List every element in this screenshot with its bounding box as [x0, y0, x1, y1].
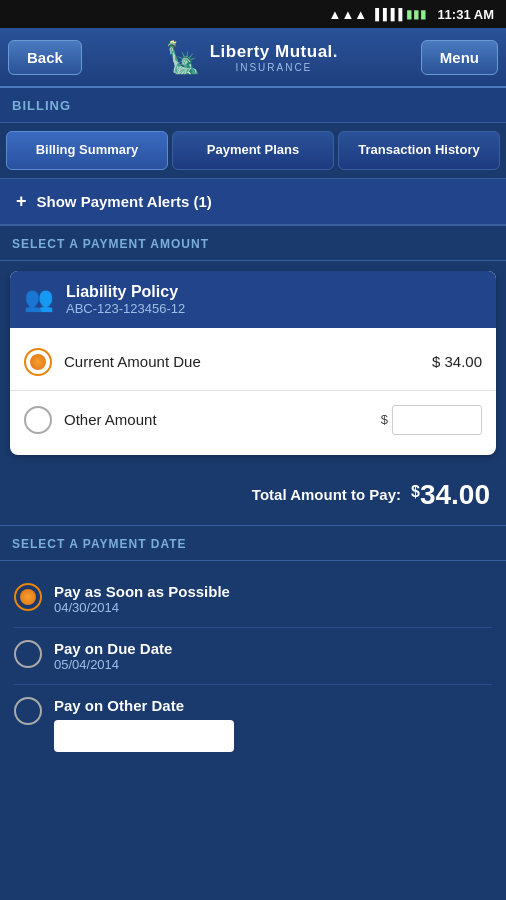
radio-inner-asap: [20, 589, 36, 605]
total-dollar-sign: $: [411, 483, 420, 501]
due-date-title: Pay on Due Date: [54, 640, 172, 657]
due-date-radio[interactable]: [14, 640, 42, 668]
tab-bar: Billing Summary Payment Plans Transactio…: [0, 123, 506, 178]
liberty-statue-icon: 🗽: [165, 40, 202, 75]
brand-text: Liberty Mutual. INSURANCE: [210, 42, 338, 73]
policy-card-header: 👥 Liability Policy ABC-123-123456-12: [10, 271, 496, 328]
back-button[interactable]: Back: [8, 40, 82, 75]
total-amount-value: 34.00: [420, 479, 490, 511]
status-icons: ▲▲▲ ▐▐▐▐ ▮▮▮ 11:31 AM: [329, 7, 494, 22]
payment-date-section-header: SELECT A PAYMENT DATE: [0, 525, 506, 561]
asap-date: 04/30/2014: [54, 600, 230, 615]
current-amount-label: Current Amount Due: [64, 353, 420, 370]
total-label: Total Amount to Pay:: [252, 486, 401, 503]
tab-payment-plans[interactable]: Payment Plans: [172, 131, 334, 170]
date-options: Pay as Soon as Possible 04/30/2014 Pay o…: [0, 561, 506, 774]
other-amount-value: $: [381, 405, 482, 435]
asap-title: Pay as Soon as Possible: [54, 583, 230, 600]
menu-button[interactable]: Menu: [421, 40, 498, 75]
other-date-input[interactable]: [54, 720, 234, 752]
current-amount-radio[interactable]: [24, 348, 52, 376]
date-option-other-date[interactable]: Pay on Other Date: [14, 685, 492, 764]
card-body: Current Amount Due $ 34.00 Other Amount …: [10, 328, 496, 455]
other-amount-row[interactable]: Other Amount $: [10, 395, 496, 445]
current-amount-value: $ 34.00: [432, 353, 482, 370]
total-row: Total Amount to Pay: $ 34.00: [0, 465, 506, 525]
alert-bar[interactable]: + Show Payment Alerts (1): [0, 178, 506, 225]
app-header: Back 🗽 Liberty Mutual. INSURANCE Menu: [0, 28, 506, 88]
other-amount-radio[interactable]: [24, 406, 52, 434]
logo-area: 🗽 Liberty Mutual. INSURANCE: [165, 40, 338, 75]
row-divider: [10, 390, 496, 391]
other-dollar-sign: $: [381, 412, 388, 427]
policy-icon: 👥: [24, 285, 54, 313]
other-date-radio[interactable]: [14, 697, 42, 725]
tab-billing-summary[interactable]: Billing Summary: [6, 131, 168, 170]
date-option-due-date[interactable]: Pay on Due Date 05/04/2014: [14, 628, 492, 685]
date-option-asap[interactable]: Pay as Soon as Possible 04/30/2014: [14, 571, 492, 628]
other-date-text: Pay on Other Date: [54, 697, 234, 752]
asap-radio[interactable]: [14, 583, 42, 611]
payment-amount-label: SELECT A PAYMENT AMOUNT: [12, 237, 209, 251]
current-amount-row[interactable]: Current Amount Due $ 34.00: [10, 338, 496, 386]
alert-text: Show Payment Alerts (1): [37, 193, 212, 210]
status-time: 11:31 AM: [437, 7, 494, 22]
policy-number: ABC-123-123456-12: [66, 301, 185, 316]
billing-label-bar: BILLING: [0, 88, 506, 123]
battery-icon: ▮▮▮: [406, 7, 427, 21]
billing-label: BILLING: [12, 98, 71, 113]
total-amount: $ 34.00: [411, 479, 490, 511]
alert-plus-icon: +: [16, 191, 27, 212]
signal-icon: ▐▐▐▐: [371, 8, 402, 20]
brand-name: Liberty Mutual.: [210, 42, 338, 62]
radio-selected-inner: [30, 354, 46, 370]
status-bar: ▲▲▲ ▐▐▐▐ ▮▮▮ 11:31 AM: [0, 0, 506, 28]
payment-card: 👥 Liability Policy ABC-123-123456-12 Cur…: [10, 271, 496, 455]
wifi-icon: ▲▲▲: [329, 7, 368, 22]
brand-sub: INSURANCE: [210, 62, 338, 73]
other-amount-label: Other Amount: [64, 411, 369, 428]
due-date-text: Pay on Due Date 05/04/2014: [54, 640, 172, 672]
due-date-value: 05/04/2014: [54, 657, 172, 672]
asap-text: Pay as Soon as Possible 04/30/2014: [54, 583, 230, 615]
tab-transaction-history[interactable]: Transaction History: [338, 131, 500, 170]
policy-info: Liability Policy ABC-123-123456-12: [66, 283, 185, 316]
payment-amount-section-header: SELECT A PAYMENT AMOUNT: [0, 225, 506, 261]
other-date-title: Pay on Other Date: [54, 697, 234, 714]
other-amount-input[interactable]: [392, 405, 482, 435]
payment-date-label: SELECT A PAYMENT DATE: [12, 537, 187, 551]
policy-name: Liability Policy: [66, 283, 185, 301]
